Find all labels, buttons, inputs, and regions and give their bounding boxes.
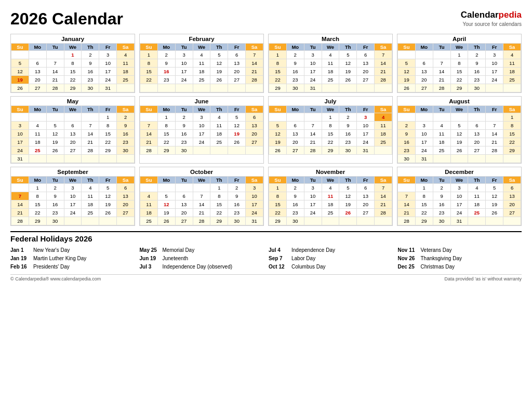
- cal-cell: 29: [157, 146, 175, 155]
- holiday-name: Martin Luther King Day: [33, 254, 86, 263]
- cal-cell: 14: [375, 59, 392, 68]
- cal-row: 293031: [269, 84, 392, 92]
- month-block-august: AugustSuMoTuWeThFrSa12345678910111213141…: [397, 96, 522, 164]
- month-block-july: JulySuMoTuWeThFrSa1234567891011121314151…: [268, 96, 393, 164]
- cal-cell: 7: [140, 122, 158, 130]
- cal-cell: 30: [228, 217, 246, 225]
- cal-cell: [140, 113, 158, 122]
- holiday-item: Oct 12Columbus Day: [269, 263, 393, 271]
- cal-cell: 16: [468, 68, 486, 76]
- calendars-grid: JanuarySuMoTuWeThFrSa1234567891011121314…: [10, 34, 522, 226]
- cal-cell: 18: [468, 200, 486, 209]
- col-header-we: We: [193, 177, 210, 184]
- cal-row: [140, 84, 263, 92]
- col-header-mo: Mo: [415, 44, 433, 51]
- cal-table-april: SuMoTuWeThFrSa12345678910111213141516171…: [397, 43, 521, 92]
- cal-cell: 23: [468, 76, 486, 84]
- cal-cell: 18: [140, 209, 158, 217]
- cal-cell: 17: [11, 138, 29, 146]
- cal-cell: 26: [398, 84, 416, 92]
- cal-cell: 5: [398, 59, 416, 68]
- cal-cell: 8: [450, 59, 468, 68]
- cal-cell: 11: [82, 192, 99, 200]
- cal-cell: 30: [46, 217, 64, 225]
- cal-cell: 8: [322, 122, 339, 130]
- cal-cell: [450, 113, 468, 122]
- col-header-sa: Sa: [375, 106, 392, 113]
- cal-cell: [286, 113, 304, 122]
- cal-row: 78910111213: [11, 192, 135, 200]
- col-header-we: We: [193, 44, 210, 51]
- cal-cell: 12: [99, 192, 117, 200]
- cal-cell: 1: [322, 113, 339, 122]
- cal-cell: 18: [503, 68, 521, 76]
- cal-row: 282930: [11, 217, 135, 225]
- cal-cell: 1: [503, 113, 521, 122]
- cal-cell: 30: [175, 146, 193, 155]
- cal-cell: 27: [286, 146, 304, 155]
- holiday-name: Independence Day: [291, 246, 335, 254]
- cal-cell: 31: [415, 155, 433, 163]
- cal-cell: 23: [433, 209, 450, 217]
- cal-cell: 13: [117, 192, 135, 200]
- cal-cell: 4: [433, 122, 450, 130]
- col-header-th: Th: [468, 177, 486, 184]
- cal-cell: [415, 113, 433, 122]
- cal-row: 1234567: [269, 184, 392, 192]
- col-header-sa: Sa: [117, 106, 135, 113]
- cal-cell: 29: [269, 217, 287, 225]
- cal-row: 12: [11, 113, 135, 122]
- col-header-fr: Fr: [486, 177, 503, 184]
- cal-row: 123456: [398, 184, 521, 192]
- cal-cell: [468, 217, 486, 225]
- cal-cell: 16: [433, 200, 450, 209]
- col-header-mo: Mo: [415, 106, 433, 113]
- cal-cell: 3: [304, 51, 322, 59]
- cal-row: 262728293031: [11, 84, 135, 92]
- cal-cell: 25: [82, 209, 99, 217]
- cal-cell: 24: [357, 138, 375, 146]
- col-header-su: Su: [269, 177, 287, 184]
- cal-cell: 12: [11, 68, 29, 76]
- holiday-date: Nov 26: [398, 254, 418, 263]
- cal-cell: 4: [503, 51, 521, 59]
- cal-cell: 7: [246, 51, 263, 59]
- cal-cell: 1: [64, 51, 82, 59]
- cal-cell: 7: [375, 51, 392, 59]
- cal-cell: 28: [46, 84, 64, 92]
- cal-cell: 3: [175, 51, 193, 59]
- cal-cell: 21: [398, 209, 416, 217]
- cal-table-may: SuMoTuWeThFrSa12345678910111213141516171…: [11, 105, 135, 163]
- cal-cell: 22: [503, 138, 521, 146]
- cal-cell: 20: [117, 200, 135, 209]
- holiday-name: Independence Day (observed): [163, 263, 233, 271]
- cal-cell: 4: [117, 51, 135, 59]
- cal-cell: [375, 84, 392, 92]
- col-header-mo: Mo: [157, 106, 175, 113]
- cal-cell: 5: [339, 184, 357, 192]
- col-header-su: Su: [140, 44, 158, 51]
- cal-cell: 11: [433, 130, 450, 138]
- cal-cell: 23: [286, 209, 304, 217]
- footer-left: © Calendarpedia® www.calendarpedia.com: [10, 276, 101, 281]
- holiday-name: Christmas Day: [421, 263, 455, 271]
- cal-cell: 3: [304, 184, 322, 192]
- cal-cell: 19: [398, 76, 416, 84]
- cal-row: 891011121314: [269, 192, 392, 200]
- cal-cell: 29: [503, 146, 521, 155]
- cal-cell: [82, 155, 99, 163]
- cal-cell: 24: [64, 209, 82, 217]
- cal-cell: 10: [11, 130, 29, 138]
- cal-cell: 28: [82, 146, 99, 155]
- cal-table-september: SuMoTuWeThFrSa12345678910111213141516171…: [11, 176, 135, 225]
- cal-cell: 9: [157, 59, 175, 68]
- holiday-item: Jul 3Independence Day (observed): [140, 263, 264, 271]
- cal-cell: 13: [29, 68, 46, 76]
- cal-cell: 15: [140, 68, 158, 76]
- cal-cell: 23: [46, 209, 64, 217]
- holiday-item: Jun 19Juneteenth: [140, 254, 264, 263]
- col-header-we: We: [322, 106, 339, 113]
- cal-cell: 20: [175, 209, 193, 217]
- cal-cell: 26: [269, 146, 287, 155]
- cal-cell: 20: [357, 68, 375, 76]
